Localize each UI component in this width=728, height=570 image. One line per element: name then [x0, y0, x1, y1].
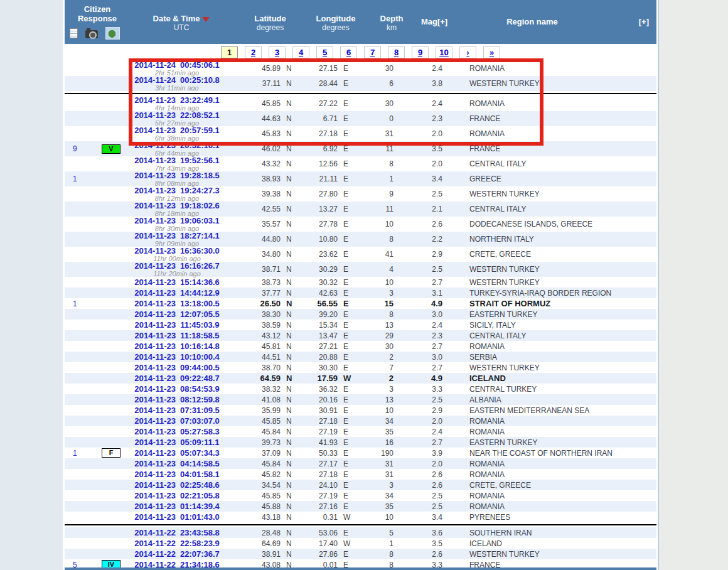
longitude-direction: E — [338, 299, 367, 308]
longitude-value: 41.93 — [309, 438, 338, 447]
event-datetime-link[interactable]: 2014-11-2304:01:58.1 — [127, 471, 227, 478]
region-name: ROMANIA — [442, 342, 656, 351]
event-datetime-link[interactable]: 2014-11-2315:14:36.6 — [127, 279, 227, 286]
longitude-value: 30.32 — [309, 278, 338, 287]
earthquake-row: 2014-11-2308:12:59.8 41.08 N 20.16 E 13 … — [65, 394, 656, 405]
page-next[interactable]: › — [459, 46, 476, 58]
event-datetime-link[interactable]: 2014-11-2313:18:00.5 — [127, 300, 227, 308]
longitude-value: 27.19 — [309, 492, 338, 500]
region-name: ROMANIA — [442, 64, 656, 73]
longitude-value: 27.19 — [309, 428, 338, 436]
event-datetime-link[interactable]: 2014-11-2309:22:48.7 — [127, 375, 227, 382]
longitude-value: 0.31 — [309, 513, 338, 522]
sort-descending-icon[interactable] — [202, 17, 210, 22]
event-datetime-link[interactable]: 2014-11-2311:45:03.9 — [127, 321, 227, 329]
event-datetime-link[interactable]: 2014-11-2309:44:00.5 — [127, 364, 227, 372]
event-datetime-link[interactable]: 2014-11-2319:24:27.38hr 12min ago — [127, 187, 227, 202]
citizen-response-count[interactable]: 1 — [65, 175, 95, 183]
longitude-value: 50.33 — [309, 449, 338, 458]
page-current[interactable]: 1 — [221, 46, 238, 58]
page-link-3[interactable]: 3 — [269, 46, 286, 58]
event-datetime-link[interactable]: 2014-11-2308:54:53.9 — [127, 385, 227, 393]
longitude-value: 30.29 — [309, 265, 338, 274]
longitude-direction: E — [338, 250, 367, 259]
region-name: CENTRAL ITALY — [442, 331, 656, 340]
longitude-direction: E — [338, 64, 367, 73]
event-datetime-link[interactable]: 2014-11-2305:07:34.3 — [127, 449, 227, 457]
column-header-magnitude[interactable]: Mag[+] — [409, 17, 459, 26]
event-datetime-link[interactable]: 2014-11-2400:25:10.83hr 11min ago — [127, 77, 227, 91]
event-datetime-link[interactable]: 2014-11-2307:31:09.5 — [127, 407, 227, 414]
page-link-5[interactable]: 5 — [316, 46, 333, 58]
region-name: CRETE, GREECE — [442, 250, 656, 259]
longitude-direction: E — [338, 395, 367, 404]
event-datetime-link[interactable]: 2014-11-2305:27:58.3 — [127, 428, 227, 436]
column-header-longitude: Longitude degrees — [301, 14, 370, 32]
latitude-direction: N — [281, 205, 309, 213]
latitude-value: 64.69 — [227, 539, 281, 548]
magnitude-value: 3.4 — [393, 513, 442, 522]
longitude-value: 27.16 — [309, 502, 338, 511]
event-datetime-link[interactable]: 2014-11-2301:01:43.0 — [127, 514, 227, 521]
event-datetime-link[interactable]: 2014-11-2319:52:56.17hr 43min ago — [127, 157, 227, 171]
event-datetime-link[interactable]: 2014-11-2316:16:26.711hr 20min ago — [127, 262, 227, 277]
event-datetime-link[interactable]: 2014-11-2322:08:52.15hr 27min ago — [127, 112, 227, 126]
latitude-value: 45.88 — [227, 502, 281, 511]
event-datetime-link[interactable]: 2014-11-2302:21:05.8 — [127, 492, 227, 500]
latitude-direction: N — [281, 289, 309, 298]
citizen-response-count[interactable]: 9 — [65, 144, 95, 153]
event-datetime-link[interactable]: 2014-11-2308:12:59.8 — [127, 396, 227, 404]
longitude-direction: E — [338, 129, 367, 138]
intensity-badge[interactable]: F — [102, 448, 120, 458]
citizen-response-count[interactable]: 1 — [65, 299, 95, 308]
page-link-10[interactable]: 10 — [436, 46, 452, 58]
event-datetime-link[interactable]: 2014-11-2222:07:36.7 — [127, 551, 227, 558]
page-last[interactable]: » — [483, 46, 500, 58]
event-datetime-link[interactable]: 2014-11-2320:32:16.16hr 44min ago — [127, 142, 227, 156]
page-link-2[interactable]: 2 — [245, 46, 262, 58]
region-name: WESTERN TURKEY — [442, 79, 656, 88]
longitude-direction: E — [338, 438, 367, 447]
expand-columns-button[interactable]: [+] — [639, 17, 649, 26]
event-datetime-link[interactable]: 2014-11-2223:43:58.8 — [127, 529, 227, 537]
event-datetime-link[interactable]: 2014-11-2316:36:30.011hr 00min ago — [127, 247, 227, 262]
depth-value: 13 — [367, 321, 393, 330]
event-datetime-link[interactable]: 2014-11-2319:18:02.68hr 18min ago — [127, 202, 227, 217]
event-datetime-link[interactable]: 2014-11-2301:14:39.4 — [127, 503, 227, 510]
longitude-value: 23.62 — [309, 250, 338, 259]
page-link-4[interactable]: 4 — [292, 46, 309, 58]
intensity-badge-cell: F — [95, 448, 127, 458]
citizen-response-count[interactable]: 1 — [65, 449, 95, 458]
page-link-9[interactable]: 9 — [412, 46, 429, 58]
event-datetime-link[interactable]: 2014-11-2319:06:03.18hr 30min ago — [127, 217, 227, 232]
event-datetime-link[interactable]: 2014-11-2319:28:18.58hr 08min ago — [127, 172, 227, 186]
page-link-7[interactable]: 7 — [364, 46, 381, 58]
latitude-value: 34.80 — [227, 250, 281, 259]
event-datetime-link[interactable]: 2014-11-2310:16:14.8 — [127, 343, 227, 350]
event-datetime-link[interactable]: 2014-11-2304:14:58.5 — [127, 460, 227, 468]
event-datetime-link[interactable]: 2014-11-2311:18:58.5 — [127, 332, 227, 340]
page-link-8[interactable]: 8 — [388, 46, 405, 58]
latitude-direction: N — [281, 438, 309, 447]
earthquake-list-panel: Citizen Response Date & Time UTC Latitud… — [63, 0, 659, 570]
event-datetime-link[interactable]: 2014-11-2222:58:23.9 — [127, 540, 227, 547]
latitude-value: 45.81 — [227, 342, 281, 351]
column-header-date-time[interactable]: Date & Time UTC — [132, 14, 230, 32]
depth-value: 1 — [367, 539, 393, 548]
event-datetime-link[interactable]: 2014-11-2302:25:48.6 — [127, 481, 227, 489]
event-datetime-link[interactable]: 2014-11-2318:27:14.19hr 09min ago — [127, 232, 227, 247]
day-separator — [65, 522, 656, 527]
page-link-6[interactable]: 6 — [340, 46, 357, 58]
event-datetime-link[interactable]: 2014-11-2312:07:05.5 — [127, 311, 227, 318]
event-datetime-link[interactable]: 2014-11-2307:03:07.0 — [127, 417, 227, 425]
event-datetime-link[interactable]: 2014-11-2314:44:12.9 — [127, 289, 227, 297]
event-datetime-link[interactable]: 2014-11-2400:45:06.12hr 51min ago — [127, 62, 227, 76]
depth-value: 3 — [367, 481, 393, 490]
event-datetime-link[interactable]: 2014-11-2305:09:11.1 — [127, 439, 227, 446]
longitude-value: 27.22 — [309, 99, 338, 108]
earthquake-row: 2014-11-2305:27:58.3 45.84 N 27.19 E 35 … — [65, 426, 656, 437]
intensity-badge[interactable]: V — [102, 144, 120, 154]
event-datetime-link[interactable]: 2014-11-2323:22:49.14hr 14min ago — [127, 97, 227, 111]
event-datetime-link[interactable]: 2014-11-2320:57:59.16hr 38min ago — [127, 127, 227, 141]
event-datetime-link[interactable]: 2014-11-2310:10:00.4 — [127, 353, 227, 361]
